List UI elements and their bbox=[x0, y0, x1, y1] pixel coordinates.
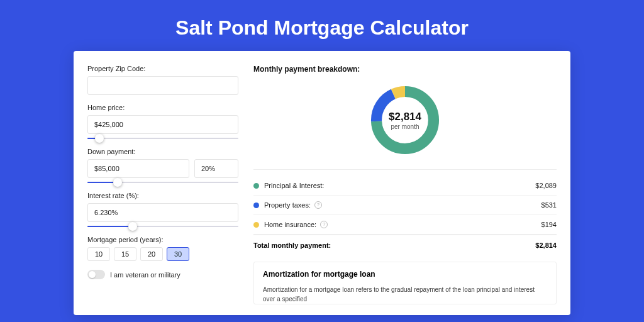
donut-wrap: $2,814 per month bbox=[253, 80, 557, 169]
period-options: 10152030 bbox=[87, 247, 238, 261]
legend-row-0: Principal & Interest:$2,089 bbox=[253, 176, 557, 196]
price-field: Home price: bbox=[87, 104, 238, 139]
zip-field: Property Zip Code: bbox=[87, 65, 238, 95]
legend-row-1: Property taxes:?$531 bbox=[253, 196, 557, 215]
price-slider[interactable] bbox=[87, 138, 238, 139]
rate-field: Interest rate (%): bbox=[87, 192, 238, 227]
donut-amount: $2,814 bbox=[389, 111, 421, 123]
donut-sub: per month bbox=[391, 123, 419, 130]
legend-dot-icon bbox=[253, 203, 259, 208]
legend-label: Property taxes: bbox=[264, 201, 311, 209]
breakdown-column: Monthly payment breakdown: $2,814 per mo… bbox=[253, 65, 557, 315]
down-label: Down payment: bbox=[87, 148, 238, 155]
amortization-card: Amortization for mortgage loan Amortizat… bbox=[253, 262, 557, 304]
total-value: $2,814 bbox=[535, 242, 557, 249]
calculator-card: Property Zip Code: Home price: Down paym… bbox=[74, 51, 570, 315]
donut-center: $2,814 per month bbox=[367, 82, 443, 158]
legend-value: $194 bbox=[541, 221, 557, 228]
down-amount-input[interactable] bbox=[87, 159, 189, 178]
rate-label: Interest rate (%): bbox=[87, 192, 238, 199]
rate-slider-fill bbox=[87, 226, 133, 227]
rate-slider-thumb[interactable] bbox=[128, 222, 137, 231]
breakdown-title: Monthly payment breakdown: bbox=[253, 65, 557, 74]
legend-row-2: Home insurance:?$194 bbox=[253, 215, 557, 235]
amortization-text: Amortization for a mortgage loan refers … bbox=[263, 285, 547, 304]
period-option-10[interactable]: 10 bbox=[87, 247, 110, 261]
divider bbox=[253, 169, 557, 170]
price-input[interactable] bbox=[87, 115, 238, 134]
period-option-20[interactable]: 20 bbox=[140, 247, 163, 261]
help-icon[interactable]: ? bbox=[314, 201, 322, 209]
total-label: Total monthly payment: bbox=[253, 242, 331, 249]
down-field: Down payment: bbox=[87, 148, 238, 183]
veteran-toggle[interactable] bbox=[87, 270, 105, 279]
down-slider[interactable] bbox=[87, 182, 238, 183]
legend-value: $2,089 bbox=[535, 182, 557, 189]
price-slider-thumb[interactable] bbox=[95, 134, 104, 143]
period-option-30[interactable]: 30 bbox=[167, 247, 189, 261]
veteran-label: I am veteran or military bbox=[110, 271, 180, 279]
page-title: Salt Pond Mortgage Calculator bbox=[0, 0, 644, 51]
legend-value: $531 bbox=[541, 201, 557, 209]
veteran-row: I am veteran or military bbox=[87, 270, 238, 279]
legend: Principal & Interest:$2,089Property taxe… bbox=[253, 176, 557, 235]
zip-label: Property Zip Code: bbox=[87, 65, 238, 72]
amortization-title: Amortization for mortgage loan bbox=[263, 270, 547, 279]
period-option-15[interactable]: 15 bbox=[114, 247, 136, 261]
price-label: Home price: bbox=[87, 104, 238, 111]
period-label: Mortgage period (years): bbox=[87, 236, 238, 243]
legend-label: Home insurance: bbox=[264, 221, 316, 228]
total-row: Total monthly payment: $2,814 bbox=[253, 235, 557, 258]
zip-input[interactable] bbox=[87, 76, 238, 95]
form-column: Property Zip Code: Home price: Down paym… bbox=[87, 65, 238, 315]
rate-input[interactable] bbox=[87, 203, 238, 222]
legend-dot-icon bbox=[253, 183, 259, 189]
legend-dot-icon bbox=[253, 222, 259, 228]
rate-slider[interactable] bbox=[87, 226, 238, 227]
legend-label: Principal & Interest: bbox=[264, 182, 324, 189]
down-slider-thumb[interactable] bbox=[113, 178, 122, 187]
donut-chart: $2,814 per month bbox=[367, 82, 443, 158]
down-pct-input[interactable] bbox=[194, 159, 238, 178]
help-icon[interactable]: ? bbox=[320, 221, 328, 228]
period-field: Mortgage period (years): 10152030 bbox=[87, 236, 238, 261]
veteran-toggle-knob bbox=[89, 271, 96, 278]
